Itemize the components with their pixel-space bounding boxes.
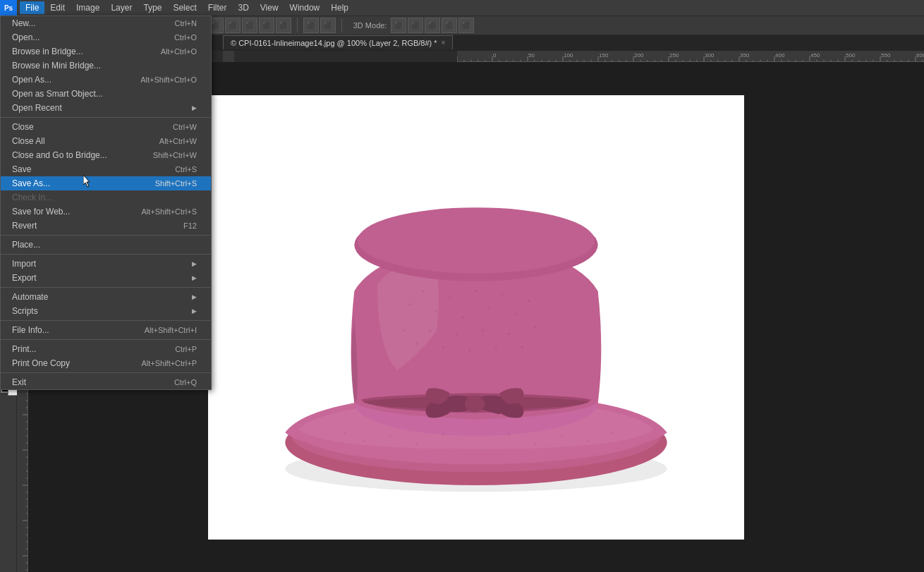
menu-browse-bridge-label: Browse in Bridge...	[12, 47, 83, 56]
menu-browse-mini-bridge-label: Browse in Mini Bridge...	[12, 61, 101, 71]
menu-save-as[interactable]: Save As... Shift+Ctrl+S	[1, 176, 211, 190]
separator-5	[1, 320, 211, 321]
svg-point-36	[534, 442, 537, 445]
distribute-right-btn[interactable]: ⬛	[225, 18, 241, 33]
svg-point-10	[422, 289, 425, 292]
document-tab[interactable]: © CPI-0161-Inlineimage14.jpg @ 100% (Lay…	[223, 35, 453, 49]
menu-browse-mini-bridge[interactable]: Browse in Mini Bridge...	[1, 59, 211, 73]
menu-close[interactable]: Close Ctrl+W	[1, 120, 211, 134]
distribute-bottom-btn[interactable]: ⬛	[276, 18, 291, 33]
menu-scripts-label: Scripts	[12, 306, 38, 316]
svg-point-9	[409, 303, 412, 305]
separator-7	[1, 372, 211, 373]
menu-open-as[interactable]: Open As... Alt+Shift+Ctrl+O	[1, 73, 211, 87]
menu-exit[interactable]: Exit Ctrl+Q	[1, 375, 211, 389]
ruler-corner	[223, 51, 234, 62]
menu-close-go-bridge[interactable]: Close and Go to Bridge... Shift+Ctrl+W	[1, 148, 211, 162]
svg-point-30	[343, 431, 346, 434]
svg-point-35	[508, 433, 511, 436]
menu-file-info[interactable]: File Info... Alt+Shift+Ctrl+I	[1, 323, 211, 337]
separator-2	[1, 235, 211, 236]
svg-point-22	[442, 346, 444, 348]
3d-btn-5[interactable]: ⬛	[458, 18, 474, 33]
menu-exit-shortcut: Ctrl+Q	[174, 378, 197, 387]
svg-point-8	[465, 396, 485, 412]
distribute-middle-btn[interactable]: ⬛	[259, 18, 274, 33]
menu-import[interactable]: Import	[1, 257, 211, 271]
menu-print[interactable]: Print... Ctrl+P	[1, 342, 211, 356]
arrange-btn[interactable]: ⬛	[303, 18, 319, 33]
menu-revert-shortcut: F12	[183, 221, 197, 230]
auto-align-btn[interactable]: ⬛	[320, 18, 336, 33]
svg-point-39	[609, 431, 612, 434]
svg-point-27	[508, 332, 511, 335]
toolbar-sep-2	[297, 18, 298, 32]
menu-file[interactable]: File	[20, 1, 44, 14]
svg-point-13	[461, 316, 464, 319]
hat-image	[236, 120, 716, 515]
distribute-top-btn[interactable]: ⬛	[242, 18, 257, 33]
menu-scripts[interactable]: Scripts	[1, 304, 211, 318]
menu-export[interactable]: Export	[1, 271, 211, 285]
menu-browse-bridge[interactable]: Browse in Bridge... Alt+Ctrl+O	[1, 44, 211, 59]
menu-view[interactable]: View	[255, 1, 284, 14]
menu-export-label: Export	[12, 273, 37, 283]
svg-point-19	[402, 329, 405, 331]
horizontal-ruler	[457, 51, 924, 62]
separator-6	[1, 339, 211, 340]
menu-save-for-web[interactable]: Save for Web... Alt+Shift+Ctrl+S	[1, 205, 211, 219]
svg-point-29	[534, 326, 537, 329]
menu-open[interactable]: Open... Ctrl+O	[1, 30, 211, 44]
menu-save[interactable]: Save Ctrl+S	[1, 162, 211, 176]
svg-point-31	[363, 439, 365, 442]
menu-select[interactable]: Select	[167, 1, 202, 14]
menu-save-as-shortcut: Shift+Ctrl+S	[155, 179, 197, 188]
app-logo: Ps	[0, 0, 17, 16]
3d-btn-4[interactable]: ⬛	[442, 18, 457, 33]
menu-automate[interactable]: Automate	[1, 290, 211, 304]
menu-new[interactable]: New... Ctrl+N	[1, 16, 211, 30]
menu-print-one-copy-label: Print One Copy	[12, 358, 70, 368]
menu-window[interactable]: Window	[284, 1, 326, 14]
svg-point-12	[449, 296, 451, 299]
separator-4	[1, 287, 211, 288]
svg-point-37	[560, 434, 563, 437]
tab-label: © CPI-0161-Inlineimage14.jpg @ 100% (Lay…	[231, 39, 437, 47]
menu-automate-label: Automate	[12, 292, 48, 302]
menu-open-recent[interactable]: Open Recent	[1, 101, 211, 115]
menu-print-one-copy[interactable]: Print One Copy Alt+Shift+Ctrl+P	[1, 356, 211, 370]
menu-open-as-shortcut: Alt+Shift+Ctrl+O	[140, 75, 197, 84]
menu-open-smart-object[interactable]: Open as Smart Object...	[1, 87, 211, 101]
menu-check-in-label: Check In...	[12, 193, 52, 202]
3d-btn-2[interactable]: ⬛	[408, 18, 423, 33]
menu-browse-bridge-shortcut: Alt+Ctrl+O	[161, 47, 197, 56]
menu-help[interactable]: Help	[325, 1, 354, 14]
separator-3	[1, 254, 211, 255]
menu-layer[interactable]: Layer	[105, 1, 138, 14]
menu-open-as-label: Open As...	[12, 75, 51, 85]
menu-type[interactable]: Type	[138, 1, 167, 14]
menu-file-info-label: File Info...	[12, 325, 49, 335]
menu-place[interactable]: Place...	[1, 238, 211, 252]
menu-close-all-label: Close All	[12, 136, 45, 146]
menu-new-label: New...	[12, 18, 35, 28]
3d-btn-3[interactable]: ⬛	[425, 18, 440, 33]
menu-revert[interactable]: Revert F12	[1, 219, 211, 233]
menu-edit[interactable]: Edit	[44, 1, 71, 14]
menu-print-shortcut: Ctrl+P	[175, 345, 197, 353]
menu-filter[interactable]: Filter	[202, 1, 233, 14]
svg-point-24	[468, 348, 471, 351]
menu-save-for-web-label: Save for Web...	[12, 207, 70, 217]
menu-close-all[interactable]: Close All Alt+Ctrl+W	[1, 134, 211, 148]
menubar: Ps File Edit Image Layer Type Select Fil…	[0, 0, 924, 16]
tab-close-btn[interactable]: ×	[442, 39, 446, 47]
svg-point-17	[514, 312, 517, 315]
menu-file-info-shortcut: Alt+Shift+Ctrl+I	[145, 326, 197, 334]
menu-image[interactable]: Image	[71, 1, 105, 14]
file-menu-dropdown: New... Ctrl+N Open... Ctrl+O Browse in B…	[0, 16, 212, 390]
menu-3d[interactable]: 3D	[232, 1, 254, 14]
3d-mode-label: 3D Mode:	[353, 21, 387, 30]
menu-exit-label: Exit	[12, 377, 26, 387]
menu-save-for-web-shortcut: Alt+Shift+Ctrl+S	[141, 207, 197, 216]
3d-btn-1[interactable]: ⬛	[391, 18, 406, 33]
